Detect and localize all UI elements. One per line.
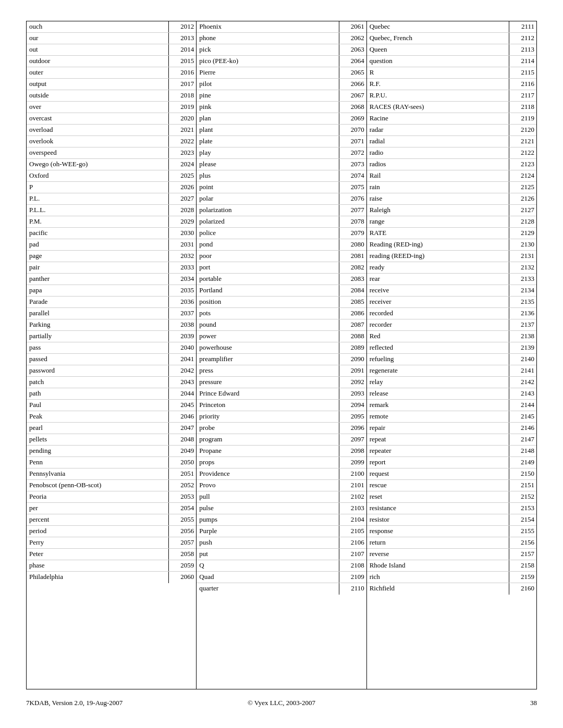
number-cell: 2066 [339, 79, 366, 90]
number-cell: 2092 [339, 377, 366, 388]
word-cell: recorder [367, 319, 509, 330]
number-cell: 2049 [169, 446, 196, 456]
word-cell: refueling [367, 354, 509, 365]
number-cell: 2142 [509, 377, 536, 388]
table-row: output2017 [27, 79, 196, 90]
word-cell: Perry [27, 537, 169, 548]
table-row: Propane2098 [197, 446, 366, 457]
table-row: position2085 [197, 297, 366, 308]
table-row: polarization2077 [197, 205, 366, 216]
number-cell: 2112 [509, 33, 536, 44]
table-row: Purple2105 [197, 526, 366, 537]
word-cell: question [367, 56, 509, 67]
word-cell: Propane [197, 446, 339, 456]
word-cell: relay [367, 377, 509, 388]
table-row: question2114 [367, 56, 536, 67]
table-row: reading (REED-ing)2131 [367, 251, 536, 262]
number-cell: 2088 [339, 331, 366, 342]
number-cell: 2078 [339, 216, 366, 227]
table-row: Penobscot (penn-OB-scot)2052 [27, 480, 196, 491]
table-row: radio2122 [367, 147, 536, 159]
word-cell: release [367, 388, 509, 399]
table-row: repeater2148 [367, 446, 536, 457]
number-cell: 2152 [509, 491, 536, 502]
table-row: preamplifier2090 [197, 354, 366, 365]
word-cell: RACES (RAY-sees) [367, 102, 509, 113]
table-row: outer2016 [27, 67, 196, 79]
number-cell: 2077 [339, 205, 366, 216]
number-cell: 2106 [339, 537, 366, 548]
word-cell: Queen [367, 44, 509, 55]
table-row: release2143 [367, 388, 536, 400]
number-cell: 2114 [509, 56, 536, 67]
word-cell: plan [197, 113, 339, 124]
number-cell: 2047 [169, 423, 196, 434]
number-cell: 2062 [339, 33, 366, 44]
number-cell: 2017 [169, 79, 196, 90]
number-cell: 2070 [339, 125, 366, 135]
table-row: phone2062 [197, 33, 366, 44]
table-row: outdoor2015 [27, 56, 196, 67]
word-cell: rear [367, 274, 509, 285]
word-cell: Rail [367, 170, 509, 181]
word-cell: overlook [27, 136, 169, 147]
number-cell: 2113 [509, 44, 536, 55]
word-cell: page [27, 251, 169, 262]
number-cell: 2053 [169, 491, 196, 502]
word-cell: overspeed [27, 147, 169, 158]
word-cell: power [197, 331, 339, 342]
word-cell: pink [197, 102, 339, 113]
table-row: Quebec2111 [367, 21, 536, 33]
number-cell: 2063 [339, 44, 366, 55]
word-cell: Penobscot (penn-OB-scot) [27, 480, 169, 491]
number-cell: 2083 [339, 274, 366, 285]
number-cell: 2159 [509, 572, 536, 583]
word-cell: pilot [197, 79, 339, 90]
number-cell: 2109 [339, 572, 366, 583]
number-cell: 2145 [509, 411, 536, 422]
table-row: overspeed2023 [27, 147, 196, 159]
word-cell: put [197, 549, 339, 560]
number-cell: 2025 [169, 170, 196, 181]
table-row: pearl2047 [27, 423, 196, 434]
number-cell: 2076 [339, 193, 366, 204]
word-cell: Rhode Island [367, 560, 509, 571]
word-cell: reading (REED-ing) [367, 251, 509, 262]
table-row: pending2049 [27, 446, 196, 457]
word-cell: receive [367, 285, 509, 296]
number-cell: 2082 [339, 262, 366, 273]
number-cell: 2043 [169, 377, 196, 388]
table-row: Perry2057 [27, 537, 196, 549]
table-row: ouch2012 [27, 21, 196, 33]
table-row: per2054 [27, 503, 196, 514]
word-cell: radar [367, 125, 509, 135]
table-row: put2107 [197, 549, 366, 560]
number-cell: 2041 [169, 354, 196, 365]
table-row: poor2081 [197, 251, 366, 262]
word-cell: radios [367, 159, 509, 170]
word-cell: portable [197, 274, 339, 285]
number-cell: 2075 [339, 182, 366, 193]
word-cell: Owego (oh-WEE-go) [27, 159, 169, 170]
table-row: R2115 [367, 67, 536, 79]
number-cell: 2143 [509, 388, 536, 399]
number-cell: 2093 [339, 388, 366, 399]
word-cell: Red [367, 331, 509, 342]
number-cell: 2061 [339, 21, 366, 32]
table-row: Oxford2025 [27, 170, 196, 182]
table-row: pond2080 [197, 239, 366, 251]
number-cell: 2111 [509, 21, 536, 32]
number-cell: 2027 [169, 193, 196, 204]
table-row: Peoria2053 [27, 491, 196, 503]
number-cell: 2069 [339, 113, 366, 124]
page-content: ouch2012our2013out2014outdoor2015outer20… [26, 21, 537, 707]
table-row: reflected2139 [367, 342, 536, 354]
number-cell: 2120 [509, 125, 536, 135]
word-cell: papa [27, 285, 169, 296]
number-cell: 2068 [339, 102, 366, 113]
table-row: Red2138 [367, 331, 536, 342]
table-row: P.M.2029 [27, 216, 196, 228]
word-cell: request [367, 468, 509, 479]
number-cell: 2015 [169, 56, 196, 67]
table-row: Reading (RED-ing)2130 [367, 239, 536, 251]
